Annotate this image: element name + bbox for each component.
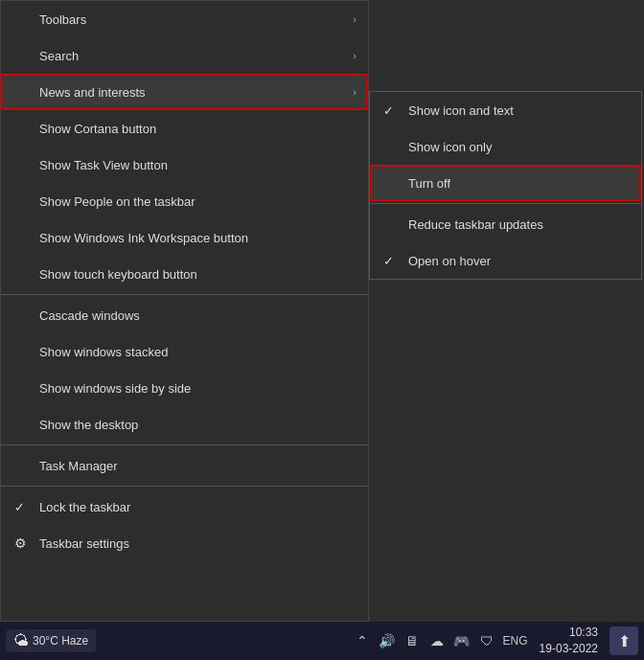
taskbar-clock[interactable]: 10:33 19-03-2022 bbox=[534, 625, 604, 657]
turnoff-label: Turn off bbox=[408, 176, 450, 191]
submenu: ✓ Show icon and text Show icon only Turn… bbox=[369, 91, 642, 280]
language-indicator[interactable]: ENG bbox=[503, 634, 528, 648]
menu-item-news[interactable]: News and interests › bbox=[1, 74, 368, 110]
showicononly-label: Show icon only bbox=[408, 140, 492, 154]
menu-item-inkworkspace[interactable]: Show Windows Ink Workspace button bbox=[1, 219, 368, 256]
arrow-icon: › bbox=[353, 13, 356, 25]
menu-item-search[interactable]: Search › bbox=[1, 37, 368, 74]
menu-item-taskmanager[interactable]: Task Manager bbox=[1, 447, 368, 484]
weather-widget[interactable]: 🌤 30°C Haze bbox=[6, 629, 96, 652]
taskbar-system-icons: ⌃ 🔊 🖥 ☁ 🎮 🛡 bbox=[352, 630, 497, 651]
taskbarsettings-label: Taskbar settings bbox=[39, 536, 129, 551]
volume-icon[interactable]: 🔊 bbox=[377, 630, 398, 651]
menu-item-taskbarsettings[interactable]: ⚙ Taskbar settings bbox=[1, 525, 368, 561]
clock-date: 19-03-2022 bbox=[540, 641, 598, 657]
shield-icon[interactable]: 🛡 bbox=[476, 630, 497, 651]
divider-1 bbox=[1, 294, 368, 295]
cloud-icon[interactable]: ☁ bbox=[426, 630, 448, 651]
chevron-up-icon[interactable]: ⌃ bbox=[352, 630, 373, 651]
arrow-icon: › bbox=[353, 50, 356, 61]
clock-time: 10:33 bbox=[569, 625, 598, 641]
weather-icon: 🌤 bbox=[13, 632, 29, 649]
touchkeyboard-label: Show touch keyboard button bbox=[39, 267, 197, 282]
notification-button[interactable]: ⬆ bbox=[610, 626, 638, 655]
menu-item-people[interactable]: Show People on the taskbar bbox=[1, 183, 368, 219]
submenu-item-showicononly[interactable]: Show icon only bbox=[370, 128, 641, 165]
submenu-item-openonhover[interactable]: ✓ Open on hover bbox=[370, 242, 641, 279]
sidebyside-label: Show windows side by side bbox=[39, 381, 191, 396]
toolbars-label: Toolbars bbox=[39, 12, 86, 27]
game-icon[interactable]: 🎮 bbox=[451, 630, 472, 651]
submenu-item-showicontext[interactable]: ✓ Show icon and text bbox=[370, 92, 641, 128]
menu-item-taskview[interactable]: Show Task View button bbox=[1, 147, 368, 183]
menu-item-cascade[interactable]: Cascade windows bbox=[1, 297, 368, 333]
arrow-icon: › bbox=[353, 86, 356, 98]
check-icon: ✓ bbox=[383, 103, 394, 118]
menu-item-locktaskbar[interactable]: ✓ Lock the taskbar bbox=[1, 489, 368, 525]
submenu-item-turnoff[interactable]: Turn off bbox=[370, 165, 641, 201]
check-icon: ✓ bbox=[14, 500, 25, 514]
weather-text: 30°C Haze bbox=[33, 634, 88, 648]
notification-icon: ⬆ bbox=[618, 632, 631, 650]
submenu-divider bbox=[370, 203, 641, 204]
context-menu: Toolbars › Search › News and interests ›… bbox=[0, 0, 369, 622]
menu-item-showdesktop[interactable]: Show the desktop bbox=[1, 406, 368, 443]
divider-3 bbox=[1, 486, 368, 487]
gear-icon: ⚙ bbox=[14, 535, 27, 551]
cortana-label: Show Cortana button bbox=[39, 122, 156, 136]
check-icon: ✓ bbox=[383, 254, 394, 268]
showdesktop-label: Show the desktop bbox=[39, 418, 138, 432]
news-label: News and interests bbox=[39, 85, 146, 100]
menu-item-stacked[interactable]: Show windows stacked bbox=[1, 333, 368, 370]
divider-2 bbox=[1, 444, 368, 445]
menu-item-sidebyside[interactable]: Show windows side by side bbox=[1, 370, 368, 406]
inkworkspace-label: Show Windows Ink Workspace button bbox=[39, 231, 248, 245]
locktaskbar-label: Lock the taskbar bbox=[39, 500, 130, 514]
stacked-label: Show windows stacked bbox=[39, 345, 168, 359]
menu-item-touchkeyboard[interactable]: Show touch keyboard button bbox=[1, 256, 368, 292]
search-label: Search bbox=[39, 49, 79, 63]
taskview-label: Show Task View button bbox=[39, 158, 168, 172]
cascade-label: Cascade windows bbox=[39, 308, 140, 323]
openonhover-label: Open on hover bbox=[408, 254, 491, 268]
taskbar: 🌤 30°C Haze ⌃ 🔊 🖥 ☁ 🎮 🛡 ENG 10:33 19-03-… bbox=[0, 622, 644, 660]
reduceupdates-label: Reduce taskbar updates bbox=[408, 217, 543, 232]
display-icon[interactable]: 🖥 bbox=[402, 630, 423, 651]
menu-item-cortana[interactable]: Show Cortana button bbox=[1, 110, 368, 147]
taskbar-right: ⌃ 🔊 🖥 ☁ 🎮 🛡 ENG 10:33 19-03-2022 ⬆ bbox=[352, 625, 638, 657]
menu-item-toolbars[interactable]: Toolbars › bbox=[1, 1, 368, 37]
showicontext-label: Show icon and text bbox=[408, 103, 514, 118]
taskmanager-label: Task Manager bbox=[39, 459, 118, 473]
submenu-item-reduceupdates[interactable]: Reduce taskbar updates bbox=[370, 206, 641, 242]
people-label: Show People on the taskbar bbox=[39, 194, 196, 209]
